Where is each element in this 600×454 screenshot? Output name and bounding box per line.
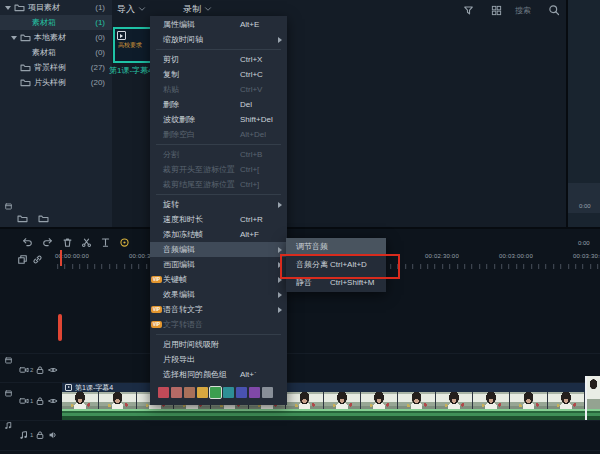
clip-frame-thumbnail (286, 392, 323, 409)
color-swatch[interactable] (249, 387, 260, 398)
menu-item[interactable]: 速度和时长Ctrl+R (150, 212, 287, 227)
video-gutter-icon[interactable] (4, 356, 13, 365)
marker-icon[interactable] (119, 237, 130, 248)
menu-item[interactable]: 裁剪结尾至游标位置Ctrl+] (150, 177, 287, 192)
menu-item-label: 添加冻结帧 (163, 230, 203, 239)
menu-item[interactable]: 音频编辑 (150, 242, 287, 257)
mute-icon[interactable] (48, 430, 58, 440)
menu-item-label: 速度和时长 (163, 215, 203, 224)
menu-shortcut: Ctrl+B (240, 147, 262, 162)
clip-title-bar: 第1课-字幕4 (62, 383, 585, 392)
menu-item[interactable]: 启用时间线吸附 (150, 337, 287, 352)
submenu-item-label: 静音 (296, 278, 312, 287)
new-folder-icon[interactable] (17, 213, 28, 224)
menu-item[interactable]: 效果编辑 (150, 287, 287, 302)
visibility-icon[interactable] (48, 396, 58, 406)
playhead[interactable] (60, 250, 62, 266)
cut-icon[interactable] (81, 237, 92, 248)
clip-boundary[interactable] (585, 376, 587, 420)
playhead-handle[interactable] (58, 314, 62, 341)
record-button[interactable]: 录制 (183, 2, 212, 16)
search-input[interactable]: 搜索 (515, 5, 531, 16)
menu-item[interactable]: VIP语音转文字 (150, 302, 287, 317)
menu-item[interactable]: 复制Ctrl+C (150, 67, 287, 82)
sidebar-item[interactable]: 素材箱(1) (0, 15, 112, 30)
timeline-video-clip[interactable]: 第1课-字幕4 (62, 383, 585, 420)
color-swatch[interactable] (171, 387, 182, 398)
media-tree: 项目素材(1)素材箱(1)本地素材(0)素材箱(0)背景样例(27)片头样例(2… (0, 0, 112, 90)
sidebar-item[interactable]: 项目素材(1) (0, 0, 112, 15)
caret-down-icon[interactable] (5, 6, 11, 10)
filter-icon[interactable] (463, 5, 474, 16)
menu-item[interactable]: 分割Ctrl+B (150, 147, 287, 162)
folder-icon[interactable] (38, 213, 49, 224)
submenu-arrow-icon (278, 307, 282, 313)
clip-audio-waveform (62, 409, 585, 420)
sidebar-item-label: 素材箱 (32, 47, 56, 58)
color-swatch[interactable] (158, 387, 169, 398)
menu-item-label: 启用时间线吸附 (163, 340, 219, 349)
menu-item[interactable]: 旋转 (150, 197, 287, 212)
sidebar-item[interactable]: 素材箱(0) (0, 45, 112, 60)
menu-item[interactable]: 片段导出 (150, 352, 287, 367)
search-icon[interactable] (548, 4, 560, 16)
clip-audio-waveform (587, 409, 600, 420)
clip-frame-thumbnail (62, 392, 99, 409)
menu-item[interactable]: 裁剪开头至游标位置Ctrl+[ (150, 162, 287, 177)
menu-item[interactable]: 剪切Ctrl+X (150, 52, 287, 67)
link-icon[interactable] (32, 254, 43, 265)
clip-frame-thumbnail (99, 392, 136, 409)
clip-play-icon (65, 384, 72, 391)
import-button[interactable]: 导入 (117, 2, 146, 16)
audio-gutter-icon[interactable] (4, 421, 13, 430)
menu-item[interactable]: 画面编辑 (150, 257, 287, 272)
preview-timecode: 0:00 (579, 203, 591, 209)
menu-item[interactable]: 删除空白Alt+Del (150, 127, 287, 142)
caret-down-icon[interactable] (11, 36, 17, 40)
media-item-name[interactable]: 第1课-字幕4 (109, 65, 153, 76)
audio-track-icon (19, 430, 29, 440)
color-swatch[interactable] (210, 387, 221, 398)
snapshot-icon[interactable] (17, 254, 28, 265)
menu-item[interactable]: 选择相同的颜色组Alt+` (150, 367, 287, 382)
lock-icon[interactable] (35, 396, 45, 406)
color-swatch[interactable] (184, 387, 195, 398)
sidebar-item-label: 背景样例 (34, 62, 66, 73)
sidebar-item[interactable]: 片头样例(20) (0, 75, 112, 90)
panel-divider[interactable] (0, 227, 600, 229)
menu-item[interactable]: VIP文字转语音 (150, 317, 287, 332)
folder-icon (20, 62, 31, 73)
sidebar-item[interactable]: 本地素材(0) (0, 30, 112, 45)
menu-item[interactable]: 粘贴Ctrl+V (150, 82, 287, 97)
timeline-video-clip-2[interactable] (587, 376, 600, 420)
menu-item-label: 文字转语音 (163, 320, 203, 329)
text-icon[interactable] (100, 237, 111, 248)
color-swatch[interactable] (197, 387, 208, 398)
item-count: (20) (91, 78, 105, 87)
menu-item[interactable]: 添加冻结帧Alt+F (150, 227, 287, 242)
collapse-panel-icon[interactable] (4, 202, 13, 211)
menu-item[interactable]: VIP关键帧 (150, 272, 287, 287)
color-swatch[interactable] (262, 387, 273, 398)
color-swatch[interactable] (236, 387, 247, 398)
redo-icon[interactable] (42, 237, 53, 248)
menu-item[interactable]: 删除Del (150, 97, 287, 112)
menu-item[interactable]: 属性编辑Alt+E (150, 17, 287, 32)
menu-item-label: 效果编辑 (163, 290, 195, 299)
video-gutter-icon[interactable] (4, 389, 13, 398)
record-label: 录制 (183, 3, 201, 16)
view-grid-icon[interactable] (491, 5, 502, 16)
undo-icon[interactable] (22, 237, 33, 248)
lock-icon[interactable] (35, 365, 45, 375)
lock-icon[interactable] (35, 430, 45, 440)
visibility-icon[interactable] (48, 365, 58, 375)
ruler-timecode: 00:02:30:00 (425, 253, 459, 259)
delete-icon[interactable] (62, 237, 73, 248)
clip-thumbnail-strip (62, 392, 585, 409)
menu-item[interactable]: 缩放时间轴 (150, 32, 287, 47)
submenu-arrow-icon (278, 292, 282, 298)
sidebar-item-label: 素材箱 (32, 17, 56, 28)
color-swatch[interactable] (223, 387, 234, 398)
sidebar-item[interactable]: 背景样例(27) (0, 60, 112, 75)
menu-item[interactable]: 波纹删除Shift+Del (150, 112, 287, 127)
